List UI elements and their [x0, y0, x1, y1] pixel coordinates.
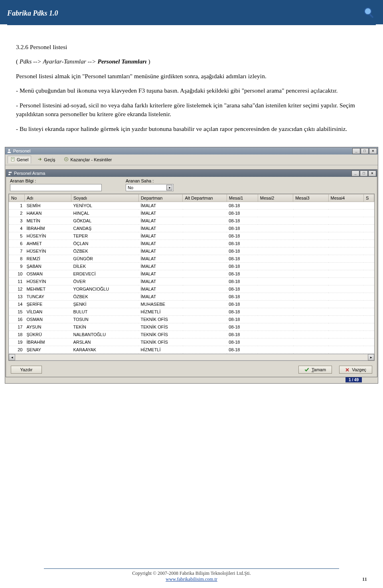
- table-row[interactable]: 8REMZİGÜNGÖRİMALAT08-18: [9, 255, 374, 263]
- table-row[interactable]: 1SEMİHYENİYOLİMALAT08-18: [9, 202, 374, 210]
- table-cell: TEKİN: [71, 323, 138, 331]
- minimize-button[interactable]: _: [352, 148, 360, 154]
- th-mesai3[interactable]: Mesai3: [293, 194, 328, 202]
- table-cell: TEPER: [71, 232, 138, 240]
- table-cell: [328, 210, 363, 217]
- table-cell: [328, 301, 363, 308]
- scroll-left-icon[interactable]: ◂: [9, 354, 15, 360]
- table-row[interactable]: 6AHMETÖÇLANİMALAT08-18: [9, 240, 374, 247]
- table-cell: İMALAT: [138, 255, 182, 263]
- table-cell: İMALAT: [138, 240, 182, 247]
- table-cell: METİN: [24, 217, 71, 225]
- table-cell: 6: [9, 240, 25, 247]
- inner-maximize-button[interactable]: □: [360, 170, 368, 176]
- inner-minimize-button[interactable]: _: [351, 170, 359, 176]
- table-row[interactable]: 11HÜSEYİNÖVERİMALAT08-18: [9, 278, 374, 285]
- scroll-track[interactable]: [15, 354, 368, 360]
- footer-link[interactable]: www.fabrikabilisim.com.tr: [166, 576, 217, 582]
- table-cell: [363, 202, 374, 210]
- maximize-button[interactable]: □: [361, 148, 369, 154]
- ok-button-label: Tamam: [312, 367, 326, 372]
- personel-titlebar[interactable]: Personel _ □ ×: [5, 147, 378, 154]
- th-soyad[interactable]: Soyadı: [71, 194, 138, 202]
- table-cell: TEKNİK OFİS: [138, 339, 182, 346]
- table-cell: MEHMET: [24, 285, 71, 293]
- table-row[interactable]: 18ŞÜKRÜNALBANTOĞLUTEKNİK OFİS08-18: [9, 331, 374, 339]
- th-s[interactable]: S: [363, 194, 374, 202]
- table-cell: [363, 217, 374, 225]
- table-cell: [328, 263, 363, 270]
- th-mesai2[interactable]: Mesai2: [258, 194, 293, 202]
- inner-close-button[interactable]: ×: [368, 170, 376, 176]
- table-cell: 08-18: [227, 240, 258, 247]
- horizontal-scrollbar[interactable]: ◂ ▸: [9, 354, 374, 360]
- table-row[interactable]: 10OSMANERDEVECİİMALAT08-18: [9, 270, 374, 278]
- table-cell: 08-18: [227, 247, 258, 255]
- table-cell: [258, 202, 293, 210]
- table-row[interactable]: 5HÜSEYİNTEPERİMALAT08-18: [9, 232, 374, 240]
- aranan-bilgi-input[interactable]: [10, 184, 102, 191]
- table-cell: [328, 331, 363, 339]
- table-row[interactable]: 9ŞABANDİLEKİMALAT08-18: [9, 263, 374, 270]
- table-cell: 08-18: [227, 255, 258, 263]
- th-mesai4[interactable]: Mesai4: [328, 194, 363, 202]
- table-row[interactable]: 19İBRAHİMARSLANTEKNİK OFİS08-18: [9, 339, 374, 346]
- table-cell: [328, 240, 363, 247]
- table-cell: [258, 308, 293, 316]
- scroll-right-icon[interactable]: ▸: [368, 354, 374, 360]
- cancel-button[interactable]: Vazgeç: [339, 366, 372, 374]
- dialog-footer: Yazdır Tamam Vazgeç: [6, 362, 377, 377]
- table-row[interactable]: 16OSMANTOSUNTEKNİK OFİS08-18: [9, 316, 374, 323]
- tab-genel[interactable]: Genel: [8, 156, 31, 164]
- table-cell: 08-18: [227, 346, 258, 354]
- table-row[interactable]: 15VİLDANBULUTHİZMETLİ08-18: [9, 308, 374, 316]
- table-cell: 08-18: [227, 323, 258, 331]
- table-row[interactable]: 13TUNCAYÖZBEKİMALAT08-18: [9, 293, 374, 301]
- table-cell: 14: [9, 301, 25, 308]
- table-row[interactable]: 12MEHMETYORGANCIOĞLUİMALAT08-18: [9, 285, 374, 293]
- tab-gecis-label: Geçiş: [44, 157, 55, 162]
- table-cell: [183, 285, 227, 293]
- table-cell: [328, 316, 363, 323]
- close-button[interactable]: ×: [369, 148, 377, 154]
- ok-button[interactable]: Tamam: [298, 366, 332, 374]
- table-row[interactable]: 7HÜSEYİNÖZBEKİMALAT08-18: [9, 247, 374, 255]
- table-cell: 08-18: [227, 225, 258, 232]
- table-row[interactable]: 3METİNGÖKDALİMALAT08-18: [9, 217, 374, 225]
- table-row[interactable]: 14ŞERİFEŞENKİMUHASEBE08-18: [9, 301, 374, 308]
- print-button[interactable]: Yazdır: [11, 366, 42, 374]
- table-cell: [293, 285, 328, 293]
- table-cell: BULUT: [71, 308, 138, 316]
- table-cell: [328, 339, 363, 346]
- personel-arama-title: Personel Arama: [14, 171, 45, 176]
- table-cell: [258, 293, 293, 301]
- table-row[interactable]: 20ŞENAYKARAAYAKHİZMETLİ08-18: [9, 346, 374, 354]
- table-cell: 2: [9, 210, 25, 217]
- table-cell: [183, 301, 227, 308]
- table-cell: [363, 331, 374, 339]
- table-row[interactable]: 4İBRAHİMCANDAŞİMALAT08-18: [9, 225, 374, 232]
- table-cell: [363, 278, 374, 285]
- table-cell: [363, 247, 374, 255]
- th-ad[interactable]: Adı: [24, 194, 71, 202]
- table-cell: 08-18: [227, 308, 258, 316]
- table-cell: [363, 255, 374, 263]
- th-mesai1[interactable]: Mesai1: [227, 194, 258, 202]
- table-row[interactable]: 17AYSUNTEKİNTEKNİK OFİS08-18: [9, 323, 374, 331]
- svg-rect-1: [369, 14, 374, 18]
- tab-gecis[interactable]: Geçiş: [35, 156, 57, 163]
- table-cell: [183, 217, 227, 225]
- th-altdepartman[interactable]: Alt Departman: [183, 194, 227, 202]
- paragraph-1: Personel listesi almak için "Personel ta…: [16, 72, 367, 81]
- table-cell: [328, 323, 363, 331]
- table-cell: İMALAT: [138, 270, 182, 278]
- table-row[interactable]: 2HAKANHINÇALİMALAT08-18: [9, 210, 374, 217]
- table-cell: 15: [9, 308, 25, 316]
- personel-arama-titlebar[interactable]: Personel Arama _ □ ×: [6, 170, 377, 177]
- table-cell: 17: [9, 323, 25, 331]
- th-departman[interactable]: Departman: [138, 194, 182, 202]
- table-cell: [183, 202, 227, 210]
- tab-kazanclar[interactable]: $ Kazançlar - Kesintiler: [61, 156, 114, 163]
- th-no[interactable]: No: [9, 194, 25, 202]
- aranan-saha-select[interactable]: No: [126, 184, 174, 191]
